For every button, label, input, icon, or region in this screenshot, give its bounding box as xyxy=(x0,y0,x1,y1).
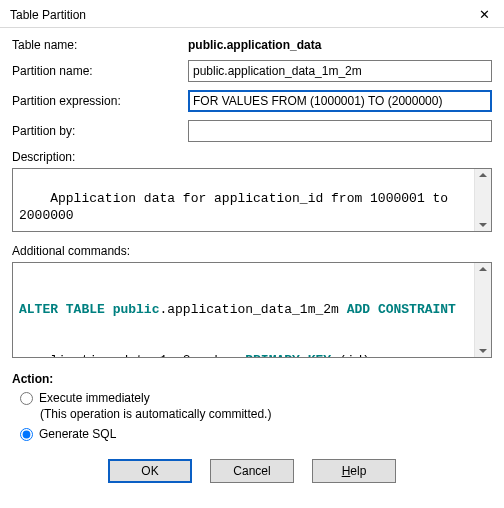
row-partition-expression: Partition expression: xyxy=(12,90,492,112)
label-description: Description: xyxy=(12,150,492,164)
action-section: Action: Execute immediately (This operat… xyxy=(12,372,492,441)
label-action: Action: xyxy=(12,372,492,386)
titlebar: Table Partition ✕ xyxy=(0,0,504,28)
partition-expression-input[interactable] xyxy=(188,90,492,112)
radio-execute-immediately[interactable]: Execute immediately xyxy=(12,391,492,405)
cancel-button[interactable]: Cancel xyxy=(210,459,294,483)
radio-generate-input[interactable] xyxy=(20,428,33,441)
dialog-content: Table name: public.application_data Part… xyxy=(0,28,504,491)
label-table-name: Table name: xyxy=(12,38,188,52)
scroll-up-icon[interactable] xyxy=(479,267,487,271)
close-icon[interactable]: ✕ xyxy=(473,6,496,23)
row-partition-by: Partition by: xyxy=(12,120,492,142)
scroll-down-icon[interactable] xyxy=(479,223,487,227)
ok-button[interactable]: OK xyxy=(108,459,192,483)
radio-execute-label: Execute immediately xyxy=(39,391,150,405)
value-table-name: public.application_data xyxy=(188,38,492,52)
row-table-name: Table name: public.application_data xyxy=(12,38,492,52)
partition-name-input[interactable] xyxy=(188,60,492,82)
label-partition-by: Partition by: xyxy=(12,124,188,138)
cmd-line-2: application_data_1m_2m_pkey PRIMARY KEY … xyxy=(19,352,485,358)
scroll-up-icon[interactable] xyxy=(479,173,487,177)
description-text: Application data for application_id from… xyxy=(19,191,456,223)
radio-generate-sql[interactable]: Generate SQL xyxy=(12,427,492,441)
execute-hint: (This operation is automatically committ… xyxy=(12,407,492,421)
description-textarea[interactable]: Application data for application_id from… xyxy=(12,168,492,232)
scrollbar[interactable] xyxy=(474,263,491,357)
row-partition-name: Partition name: xyxy=(12,60,492,82)
label-partition-expression: Partition expression: xyxy=(12,94,188,108)
button-row: OK Cancel Help xyxy=(12,459,492,483)
scroll-down-icon[interactable] xyxy=(479,349,487,353)
cmd-line-1: ALTER TABLE public.application_data_1m_2… xyxy=(19,301,485,318)
window-title: Table Partition xyxy=(10,8,86,22)
label-partition-name: Partition name: xyxy=(12,64,188,78)
additional-commands-textarea[interactable]: ALTER TABLE public.application_data_1m_2… xyxy=(12,262,492,358)
scrollbar[interactable] xyxy=(474,169,491,231)
label-additional-commands: Additional commands: xyxy=(12,244,492,258)
partition-by-input[interactable] xyxy=(188,120,492,142)
radio-generate-label: Generate SQL xyxy=(39,427,116,441)
radio-execute-input[interactable] xyxy=(20,392,33,405)
help-button[interactable]: Help xyxy=(312,459,396,483)
